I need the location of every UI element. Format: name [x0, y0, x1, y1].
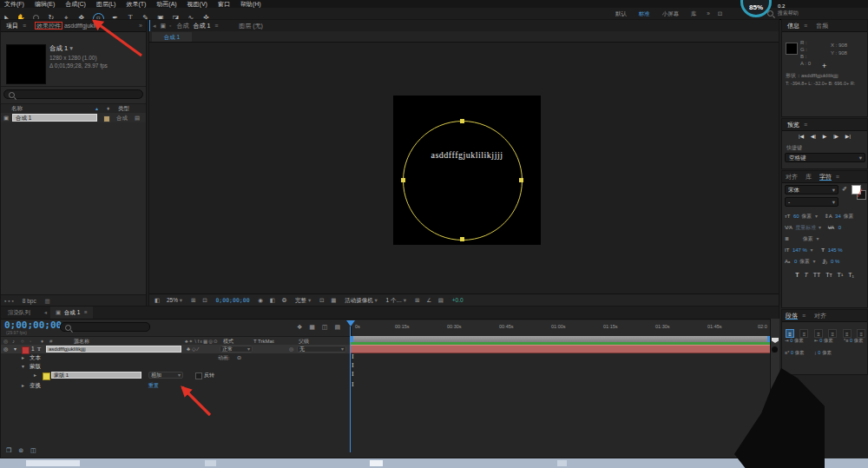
footer-icons[interactable]: ▪▪▪	[4, 298, 16, 304]
tab-info[interactable]: 信息	[787, 23, 799, 29]
menu-view[interactable]: 视图(V)	[183, 1, 212, 7]
align-right-button[interactable]: ≡	[814, 329, 823, 338]
kerning-value[interactable]: 度量标准	[795, 225, 816, 230]
label-column-icon[interactable]: ♦	[107, 104, 109, 113]
camera-view-select[interactable]: 活动摄像机 ▾	[345, 297, 378, 303]
font-family-select[interactable]: 宋体 ▾	[785, 185, 838, 194]
mask-vertex-right[interactable]	[519, 178, 523, 182]
roi-icon[interactable]: ⊡	[319, 297, 324, 303]
prev-frame-button[interactable]: ◀|	[811, 134, 816, 139]
comp-thumbnail[interactable]	[6, 44, 46, 84]
indent-left-field[interactable]: ⇥ 0 像素	[785, 338, 804, 344]
label-color-chip[interactable]	[103, 115, 110, 122]
sort-ascending-icon[interactable]: ▲	[95, 104, 99, 113]
small-caps-toggle[interactable]: Tт	[825, 272, 832, 278]
tab-preview[interactable]: 预览	[787, 122, 799, 128]
mini-flowchart-icon[interactable]: ❖	[297, 324, 302, 330]
tracking-value[interactable]: 0	[838, 225, 841, 230]
mask-vertex-top[interactable]	[460, 119, 464, 123]
tab-align[interactable]: 对齐	[786, 174, 798, 180]
mask-color-chip[interactable]	[43, 372, 50, 380]
text-layer-content[interactable]: asddfffgjuklilikjjjj	[393, 150, 541, 160]
project-search-input[interactable]	[3, 89, 143, 99]
subscript-toggle[interactable]: T₁	[848, 272, 854, 278]
panel-menu-icon[interactable]: ≡	[802, 313, 806, 319]
transform-reset-link[interactable]: 重置	[148, 381, 159, 390]
workspace-overflow-icon[interactable]: »	[707, 10, 710, 16]
fit-icon[interactable]: ◧	[155, 297, 160, 303]
shortcut-select[interactable]: 空格键 ▾	[785, 153, 865, 162]
viewer-timecode[interactable]: 0;00;00;00	[215, 297, 249, 304]
first-frame-button[interactable]: |◀	[799, 134, 804, 139]
back-icon[interactable]: ◂	[44, 309, 47, 315]
mask-circle[interactable]	[403, 121, 523, 241]
first-line-indent-field[interactable]: ↨ 0 像素	[814, 350, 832, 356]
indent-right-field[interactable]: ⇤ 0 像素	[814, 338, 833, 344]
taskbar-item[interactable]	[557, 460, 567, 466]
zoom-level-select[interactable]: 25% ▾	[167, 297, 184, 303]
menu-file[interactable]: 文件(F)	[0, 1, 29, 7]
caret-down-icon[interactable]: ▾	[813, 259, 816, 264]
superscript-toggle[interactable]: T¹	[838, 272, 844, 278]
all-caps-toggle[interactable]: TT	[813, 272, 821, 278]
playhead-line[interactable]	[350, 326, 351, 452]
last-frame-button[interactable]: ▶|	[845, 134, 851, 139]
caret-down-icon[interactable]: ▾	[816, 236, 819, 241]
tab-layer-viewer[interactable]: 图层 (无)	[239, 23, 263, 29]
draft-3d-icon[interactable]: ▦	[309, 324, 315, 330]
trash-icon[interactable]: ▥	[44, 298, 49, 304]
tab-paragraph[interactable]: 段落	[786, 313, 798, 320]
layer-expand-caret[interactable]: ▾	[14, 345, 16, 353]
tab-character[interactable]: 字符	[819, 174, 832, 181]
workspace-standard[interactable]: 标准	[639, 10, 650, 16]
work-area-start-handle[interactable]	[351, 336, 353, 342]
workspace-small-screen[interactable]: 小屏幕	[662, 10, 680, 16]
tab-audio[interactable]: 音频	[816, 23, 828, 29]
menu-edit[interactable]: 编辑(E)	[30, 1, 59, 7]
tab-project[interactable]: 项目	[6, 23, 18, 29]
justify-last-right-button[interactable]: ≡	[857, 329, 865, 338]
graph-editor-icon[interactable]: ▤	[334, 324, 340, 330]
justify-last-center-button[interactable]: ≡	[843, 329, 852, 338]
vertical-scale-value[interactable]: 147 %	[792, 247, 807, 253]
align-center-button[interactable]: ≡	[799, 329, 808, 338]
help-search[interactable]: 搜索帮助	[767, 8, 799, 19]
view-layout-select[interactable]: 1 个… ▾	[386, 297, 408, 303]
timeline-active-tab[interactable]: ▣ 合成 1 ≡	[50, 307, 93, 319]
grid-guides-icon[interactable]: ⊞	[191, 297, 195, 303]
playhead-handle[interactable]	[346, 320, 355, 326]
taskbar-item[interactable]	[205, 460, 216, 466]
leading-value[interactable]: 34	[835, 214, 841, 219]
text-property-row[interactable]: ▸ 文本 动画: ⊙	[1, 353, 351, 362]
column-name[interactable]: 名称	[11, 105, 23, 111]
caret-down-icon[interactable]: ▾	[815, 214, 818, 219]
comp-canvas[interactable]: asddfffgjuklilikjjjj	[393, 96, 541, 245]
layer-name-field[interactable]: asddfffgjuklilikjjjj	[46, 346, 181, 353]
space-before-field[interactable]: *≡ 0 像素	[844, 338, 867, 344]
mask-vertex-left[interactable]	[401, 178, 405, 182]
project-row-comp1[interactable]: ▣ 合成 1 合成 ▤	[1, 113, 146, 122]
color-depth[interactable]: 8 bpc	[23, 298, 36, 304]
column-type[interactable]: 类型	[118, 104, 129, 113]
mask-visibility-icon[interactable]: ⊡	[202, 297, 207, 303]
play-button[interactable]: ▶	[823, 134, 827, 139]
panel-menu-icon[interactable]: ≡	[804, 23, 807, 29]
panel-menu-icon[interactable]: ≡	[214, 23, 218, 29]
faux-bold-toggle[interactable]: T	[795, 272, 799, 278]
panel-menu-icon[interactable]: ≡	[23, 23, 26, 29]
motion-blur-toggle-icon[interactable]: ⊚	[18, 447, 23, 453]
taskbar-item[interactable]	[370, 460, 383, 466]
show-snapshot-icon[interactable]: ◧	[270, 297, 275, 303]
tab-render-queue[interactable]: 渲染队列	[8, 309, 30, 315]
workspace-libraries[interactable]: 库	[691, 10, 697, 16]
eyedropper-icon[interactable]: ✐	[842, 186, 847, 193]
exposure-value[interactable]: +0.0	[452, 297, 464, 303]
collapsed-caret-icon[interactable]: ▸	[34, 371, 36, 379]
frame-blend-toggle-icon[interactable]: ❐	[6, 447, 11, 453]
faux-italic-toggle[interactable]: T	[804, 272, 807, 278]
mask-1-row[interactable]: ▸ 蒙版 1 相加 ▾ 反转	[1, 371, 351, 379]
graph-editor-toggle-icon[interactable]: ◫	[30, 447, 36, 453]
project-item-name[interactable]: 合成 1	[12, 114, 97, 122]
channels-icon[interactable]: ❂	[282, 297, 286, 303]
panel-menu-icon[interactable]: ≡	[804, 122, 807, 128]
